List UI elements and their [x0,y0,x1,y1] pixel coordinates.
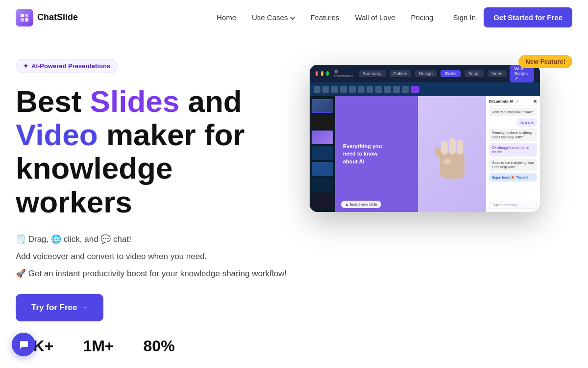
stat-satisfaction: 80% [144,337,175,355]
slide-thumb-5[interactable] [312,162,333,176]
mockup-top-bar: 🏠 Dashboard Summary Outline Design Slide… [310,65,540,82]
tab-slides[interactable]: Slides [441,70,461,77]
mockup-tabs: 🏠 Dashboard Summary Outline Design Slide… [332,68,507,79]
hero-image: New Feature! 🏠 Dashboard Summary Outline… [310,55,572,212]
toolbar-icon-11 [402,86,409,93]
toolbar-icon-9 [384,86,391,93]
hero-desc-3: 🚀 Get an instant productivity boost for … [16,267,290,280]
svg-rect-3 [25,18,28,22]
logo[interactable]: ChatSlide [16,9,78,26]
slide-thumb-1[interactable] [312,99,333,113]
stat-slides: 1M+ [83,337,114,355]
toolbar-icon-2 [322,86,329,93]
slide-thumb-6[interactable] [312,178,333,191]
title-best: Best [16,84,90,118]
brand-name: ChatSlide [37,12,78,23]
hero-title: Best Slides and Video maker for knowledg… [16,85,290,219]
title-and: and [179,84,242,118]
try-for-free-button[interactable]: Try for Free → [16,294,103,321]
nav-features[interactable]: Features [310,13,339,22]
mockup-body: Everything you need to know about AI [310,96,540,212]
title-slides: Slides [90,84,180,118]
window-minimize-dot [321,71,323,76]
slide-insert-btn[interactable]: ▲ Insert new slide [341,201,381,208]
slide-thumb-3[interactable] [312,131,333,144]
svg-rect-6 [449,138,456,155]
title-maker-for: maker for [98,118,245,152]
svg-rect-4 [440,152,465,179]
sparkle-icon: ✦ [23,62,28,70]
slide-image [418,96,486,212]
title-workers: workers [16,185,132,219]
nav-use-cases[interactable]: Use Cases [252,13,294,22]
signin-button[interactable]: Sign In [453,13,476,22]
stats-section: 70K+ 1M+ 80% [0,325,588,367]
ai-badge: ✦ AI-Powered Presentations [16,59,118,73]
toolbar-icon-8 [375,86,382,93]
chat-msg-3: Penning: is there anything else I can he… [489,129,537,141]
nav-home[interactable]: Home [217,13,236,22]
app-mockup: 🏠 Dashboard Summary Outline Design Slide… [310,65,540,212]
chat-header: DrLambda AI ✨ ✕ [489,99,537,106]
svg-rect-1 [25,14,28,17]
chat-msg-1: How does this look in you? [489,108,537,116]
toolbar-icon-4 [340,86,347,93]
toolbar-icon-1 [314,86,320,93]
toolbar-icon-6 [358,86,365,93]
logo-icon [16,9,33,26]
chat-msg-5: Good is there anything else I can help w… [489,158,537,171]
chat-msg-4: Ok change the computer for the... [489,143,537,156]
slide-text: Everything you need to know about AI [343,143,392,165]
stat-slides-value: 1M+ [83,337,114,355]
chat-widget-button[interactable] [12,333,35,356]
title-knowledge: knowledge [16,151,172,185]
tab-script[interactable]: Script [465,70,484,77]
chat-input[interactable]: Type a message... [489,201,537,209]
tab-outline[interactable]: Outline [390,70,412,77]
slide-thumb-2[interactable] [312,115,333,129]
slide-thumb-4[interactable] [312,146,333,160]
chat-msg-2: It's a spin [517,118,537,127]
chat-panel: DrLambda AI ✨ ✕ How does this look in yo… [486,96,540,212]
svg-rect-5 [441,141,448,155]
slide-thumb-7[interactable] [312,193,333,207]
main-slide-area: Everything you need to know about AI [335,96,486,212]
toolbar-active-icon [411,86,419,93]
tab-summary[interactable]: Summary [359,70,386,77]
hero-desc-1: 🗒️ Drag, 🌐 click, and 💬 chat! [16,233,290,246]
toolbar-icon-10 [393,86,400,93]
svg-rect-2 [21,18,24,22]
tab-dashboard: 🏠 Dashboard [332,68,355,79]
toolbar-icon-3 [331,86,338,93]
slide-thumbnails-panel [310,96,335,212]
get-started-button[interactable]: Get Started for Free [484,7,572,27]
nav-pricing[interactable]: Pricing [411,13,434,22]
stat-satisfaction-value: 80% [144,337,175,355]
tab-video[interactable]: Video [488,70,507,77]
tab-design[interactable]: Design [415,70,437,77]
title-video: Video [16,118,98,152]
nav-wall-of-love[interactable]: Wall of Love [355,13,395,22]
svg-point-9 [443,159,451,164]
window-maximize-dot [326,71,329,76]
toolbar-icon-5 [349,86,356,93]
chevron-down-icon [290,14,295,20]
navbar: ChatSlide Home Use Cases Features Wall o… [0,0,588,35]
new-feature-badge: New Feature! [518,55,572,68]
chat-close-icon[interactable]: ✕ [533,99,537,104]
hero-desc-2: Add voiceover and convert to video when … [16,250,290,263]
hero-section: ✦ AI-Powered Presentations Best Slides a… [0,35,588,321]
hero-content: ✦ AI-Powered Presentations Best Slides a… [16,59,290,321]
svg-rect-7 [457,140,463,155]
svg-rect-0 [21,14,24,17]
mockup-toolbar [310,82,540,96]
chat-msg-reply: Super fresh 🎉 Thanks! [489,173,537,182]
toolbar-icon-7 [367,86,373,93]
window-close-dot [316,71,318,76]
